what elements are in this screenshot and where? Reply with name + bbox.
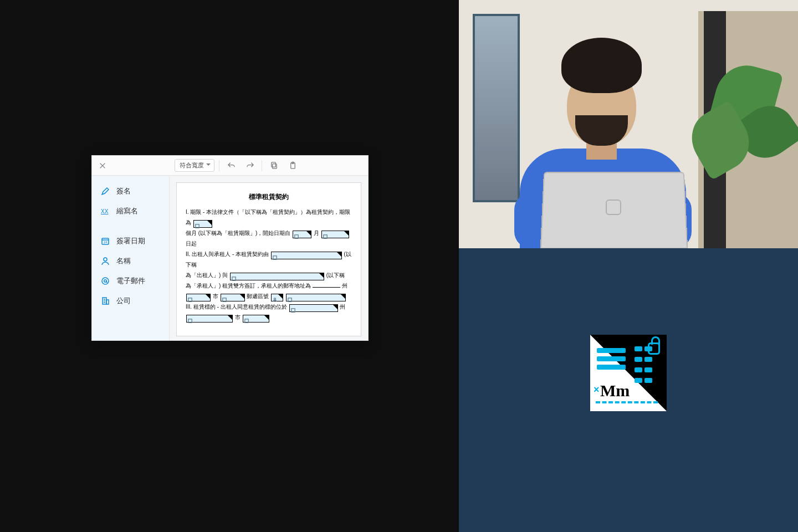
field-slot-start-month[interactable] bbox=[293, 231, 311, 238]
field-date[interactable]: 24 簽署日期 bbox=[92, 231, 169, 251]
doc-line-2: 個月 (以下稱為「租賃期限」)，開始日期自 月 日起 bbox=[186, 228, 352, 249]
editor-toolbar: 符合寬度 bbox=[92, 156, 368, 176]
document-page: 標準租賃契約 I. 期限 - 本法律文件（「以下稱為「租賃契約」）為租賃契約，期… bbox=[176, 182, 361, 336]
x-mark-icon: × bbox=[594, 384, 600, 396]
copy-icon bbox=[270, 161, 278, 170]
svg-rect-23 bbox=[244, 319, 248, 322]
pen-icon bbox=[100, 186, 111, 197]
hero-lower-panel: × Mm bbox=[459, 248, 798, 532]
field-slot-property-state[interactable] bbox=[289, 304, 338, 312]
field-label: 縮寫名 bbox=[116, 206, 138, 216]
svg-point-8 bbox=[102, 278, 109, 284]
svg-rect-21 bbox=[291, 308, 294, 311]
company-icon bbox=[100, 295, 111, 306]
clipboard-icon bbox=[289, 161, 297, 170]
redo-button[interactable] bbox=[243, 158, 257, 173]
date-icon: 24 bbox=[100, 236, 111, 247]
svg-rect-1 bbox=[271, 162, 275, 167]
field-label: 電子郵件 bbox=[116, 276, 145, 286]
hero-column: × Mm bbox=[459, 0, 798, 532]
field-initials[interactable]: XX 縮寫名 bbox=[92, 201, 169, 221]
doc-line-3: II. 出租人與承租人 - 本租賃契約由 (以下稱 bbox=[186, 249, 352, 270]
svg-point-19 bbox=[274, 298, 276, 299]
field-name[interactable]: 名稱 bbox=[92, 251, 169, 271]
person-icon bbox=[100, 255, 111, 267]
field-label: 簽名 bbox=[116, 186, 131, 196]
svg-rect-14 bbox=[324, 234, 327, 238]
field-slot-zip-name[interactable] bbox=[271, 294, 283, 301]
field-label: 公司 bbox=[116, 296, 131, 306]
initials-icon: XX bbox=[100, 206, 111, 217]
field-slot-tenant[interactable] bbox=[230, 273, 324, 280]
svg-rect-13 bbox=[295, 234, 298, 238]
svg-rect-12 bbox=[196, 224, 199, 227]
svg-rect-20 bbox=[288, 298, 291, 301]
at-icon bbox=[100, 275, 111, 287]
field-label: 名稱 bbox=[116, 256, 131, 266]
zoom-select[interactable]: 符合寬度 bbox=[175, 159, 214, 172]
doc-line-4: 為「出租人」) 與 (以下稱 bbox=[186, 270, 352, 280]
doc-line-8: 市 bbox=[186, 312, 352, 323]
svg-rect-18 bbox=[222, 298, 226, 301]
field-slot-city[interactable] bbox=[186, 294, 211, 301]
doc-line-6: 市 郵遞區號 bbox=[186, 291, 352, 301]
editor-window: 符合寬度 簽名 XX bbox=[91, 155, 369, 341]
svg-rect-16 bbox=[232, 277, 236, 280]
field-label: 簽署日期 bbox=[116, 236, 145, 246]
hero-photo bbox=[459, 0, 798, 248]
undo-icon bbox=[227, 161, 236, 170]
field-slot-district[interactable] bbox=[221, 294, 245, 301]
svg-text:XX: XX bbox=[101, 208, 109, 214]
doc-line-5: 為「承租人」) 租賃雙方簽訂，承租人的郵寄地址為 州 bbox=[186, 280, 352, 291]
blank-state bbox=[313, 282, 340, 288]
field-slot-zip[interactable] bbox=[286, 294, 346, 301]
close-button[interactable] bbox=[98, 162, 108, 170]
field-slot-landlord[interactable] bbox=[271, 252, 342, 259]
svg-text:24: 24 bbox=[104, 241, 108, 244]
field-slot-property-city[interactable] bbox=[186, 315, 233, 323]
field-email[interactable]: 電子郵件 bbox=[92, 271, 169, 291]
field-slot-property-extra[interactable] bbox=[243, 315, 269, 323]
doc-line-7: III. 租賃標的 - 出租人同意租賃的標的位於 州 bbox=[186, 301, 352, 312]
svg-rect-15 bbox=[273, 255, 277, 259]
document-canvas[interactable]: 標準租賃契約 I. 期限 - 本法律文件（「以下稱為「租賃契約」）為租賃契約，期… bbox=[170, 176, 368, 340]
field-palette: 簽名 XX 縮寫名 24 簽署日期 名稱 bbox=[92, 176, 170, 340]
svg-rect-11 bbox=[106, 300, 109, 304]
svg-rect-17 bbox=[188, 298, 192, 301]
svg-rect-0 bbox=[272, 164, 277, 168]
svg-point-7 bbox=[104, 258, 107, 261]
field-slot-start-day[interactable] bbox=[321, 231, 349, 238]
esign-promo-icon: × Mm bbox=[590, 335, 667, 411]
document-title: 標準租賃契約 bbox=[186, 191, 352, 203]
doc-line-1: I. 期限 - 本法律文件（「以下稱為「租賃契約」）為租賃契約，期限為 bbox=[186, 207, 352, 228]
field-signature[interactable]: 簽名 bbox=[92, 181, 169, 201]
signature-scribble-icon: Mm bbox=[600, 381, 630, 400]
svg-rect-22 bbox=[188, 319, 192, 322]
redo-icon bbox=[246, 161, 254, 170]
field-company[interactable]: 公司 bbox=[92, 291, 169, 311]
undo-button[interactable] bbox=[224, 158, 238, 173]
copy-button[interactable] bbox=[267, 158, 281, 173]
close-icon bbox=[99, 162, 106, 170]
field-slot-term-months[interactable] bbox=[193, 220, 212, 228]
paste-button[interactable] bbox=[285, 158, 300, 173]
